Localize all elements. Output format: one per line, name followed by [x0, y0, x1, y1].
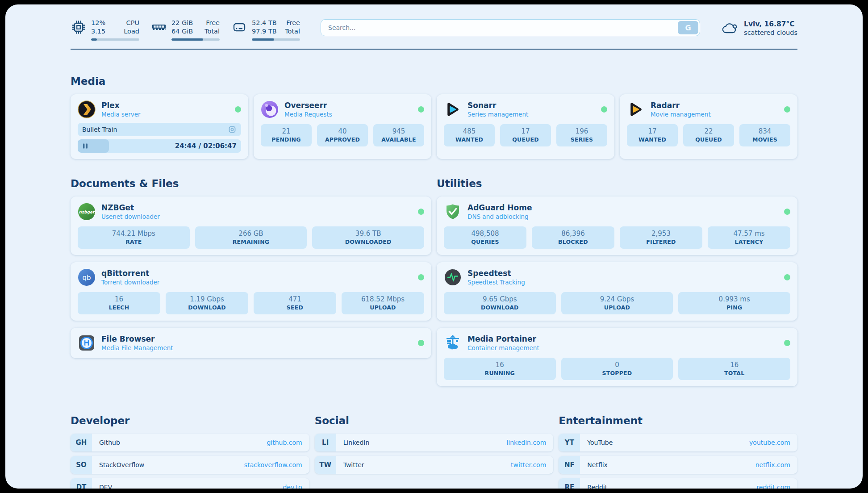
app-title-speedtest: Speedtest [467, 269, 525, 278]
link-row-linkedin[interactable]: LI LinkedIn linkedin.com [315, 434, 554, 451]
qbittorrent-icon: qb [78, 268, 96, 286]
link-name: Netflix [587, 456, 608, 474]
documents-column: Documents & Files nzbget NZBGet Use [71, 178, 431, 386]
stat-filtered: 2,953 FILTERED [620, 226, 702, 249]
cpu-load-value: 3.15 [91, 27, 105, 36]
app-subtitle-filebrowser: Media File Management [101, 344, 173, 351]
link-row-youtube[interactable]: YT YouTube youtube.com [559, 434, 797, 451]
stat-leech: 16 LEECH [78, 292, 160, 314]
portainer-icon [444, 334, 462, 352]
disk-stat: 52.4 TB 97.9 TB Free Total [231, 19, 300, 41]
link-name: Reddit [587, 478, 607, 489]
link-url[interactable]: reddit.com [756, 478, 790, 489]
social-section: Social LI LinkedIn linkedin.com TW Twitt… [315, 415, 554, 489]
reddit-badge: RE [559, 478, 580, 489]
stat-upload: 618.52 Mbps UPLOAD [342, 292, 424, 314]
app-card-plex[interactable]: Plex Media server Bullet Train 24:44 / [71, 94, 248, 159]
disk-progress-bar [252, 38, 300, 41]
link-url[interactable]: dev.to [283, 478, 302, 489]
adguard-icon [444, 203, 462, 221]
link-url[interactable]: github.com [267, 434, 302, 451]
link-url[interactable]: youtube.com [749, 434, 790, 451]
status-dot [784, 106, 790, 113]
link-row-github[interactable]: GH Github github.com [71, 434, 309, 451]
stat-approved: 40 APPROVED [317, 124, 368, 146]
google-search-button[interactable]: G [678, 21, 698, 34]
app-title-radarr: Radarr [651, 101, 711, 110]
plex-icon [78, 100, 96, 118]
status-dot [784, 209, 790, 215]
app-subtitle-sonarr: Series management [467, 111, 528, 118]
disk-free-value: 52.4 TB [252, 19, 277, 27]
link-url[interactable]: stackoverflow.com [244, 456, 302, 474]
app-subtitle-portainer: Container management [467, 344, 539, 351]
stat-total: 16 TOTAL [678, 358, 790, 380]
app-subtitle-qbittorrent: Torrent downloader [101, 279, 159, 286]
stat-movies: 834 MOVIES [739, 124, 790, 146]
dev-badge: DT [71, 478, 92, 489]
pause-icon[interactable] [82, 143, 88, 149]
plex-now-playing-title: Bullet Train [82, 126, 117, 133]
link-row-netflix[interactable]: NF Netflix netflix.com [559, 456, 797, 474]
app-card-nzbget[interactable]: nzbget NZBGet Usenet downloader 744.21 M… [71, 196, 431, 255]
stat-ping: 0.993 ms PING [678, 292, 790, 314]
status-dot [601, 106, 607, 113]
link-url[interactable]: twitter.com [511, 456, 546, 474]
status-dot [418, 274, 424, 280]
filebrowser-icon [78, 334, 96, 352]
app-title-adguard: AdGuard Home [467, 203, 532, 213]
disk-label-bottom: Total [285, 27, 300, 36]
disk-total-value: 97.9 TB [252, 27, 277, 36]
app-card-sonarr[interactable]: Sonarr Series management 485 WANTED 17 Q… [437, 94, 614, 159]
ram-total-value: 64 GiB [171, 27, 193, 36]
search-input[interactable] [321, 19, 700, 36]
app-subtitle-radarr: Movie management [651, 111, 711, 118]
speedtest-icon [444, 268, 462, 286]
cpu-icon [71, 19, 87, 35]
plex-now-playing-row: Bullet Train [78, 123, 241, 136]
youtube-badge: YT [559, 434, 580, 451]
link-row-stackoverflow[interactable]: SO StackOverflow stackoverflow.com [71, 456, 309, 474]
link-name: Github [99, 434, 120, 451]
app-subtitle-plex: Media server [101, 111, 141, 118]
stat-blocked: 86,396 BLOCKED [532, 226, 614, 249]
app-card-filebrowser[interactable]: File Browser Media File Management [71, 328, 431, 358]
app-card-qbittorrent[interactable]: qb qBittorrent Torrent downloader 16 LEE… [71, 262, 431, 321]
dashboard-panel: 12% 3.15 CPU Load [5, 4, 863, 489]
stat-available: 945 AVAILABLE [373, 124, 424, 146]
link-url[interactable]: netflix.com [755, 456, 790, 474]
app-card-overseerr[interactable]: Overseerr Media Requests 21 PENDING 40 A… [254, 94, 431, 159]
app-card-portainer[interactable]: Media Portainer Container management 16 … [437, 328, 797, 386]
app-card-speedtest[interactable]: Speedtest Speedtest Tracking 9.65 Gbps D… [437, 262, 797, 321]
stat-latency: 47.57 ms LATENCY [708, 226, 790, 249]
link-row-dev[interactable]: DT DEV dev.to [71, 478, 309, 489]
section-title-utilities: Utilities [437, 178, 797, 189]
app-subtitle-speedtest: Speedtest Tracking [467, 279, 525, 286]
stat-queued: 22 QUEUED [683, 124, 734, 146]
overseerr-icon [261, 100, 279, 118]
link-row-twitter[interactable]: TW Twitter twitter.com [315, 456, 554, 474]
plex-progress-bar: 24:44 / 02:06:47 [78, 139, 241, 153]
twitter-badge: TW [315, 456, 336, 474]
cpu-label-top: CPU [124, 19, 139, 27]
cpu-stat: 12% 3.15 CPU Load [71, 19, 139, 41]
stat-rate: 744.21 Mbps RATE [78, 226, 190, 249]
cpu-percent: 12% [91, 19, 105, 27]
link-url[interactable]: linkedin.com [506, 434, 546, 451]
link-name: StackOverflow [99, 456, 144, 474]
plex-playback-time: 24:44 / 02:06:47 [175, 142, 237, 150]
session-info-icon[interactable] [228, 125, 237, 134]
stat-wanted: 485 WANTED [444, 124, 495, 146]
app-title-qbittorrent: qBittorrent [101, 269, 159, 278]
stat-queries: 498,508 QUERIES [444, 226, 526, 249]
section-title-documents: Documents & Files [71, 178, 431, 189]
ram-label-bottom: Total [204, 27, 220, 36]
app-title-plex: Plex [101, 101, 141, 110]
ram-free-value: 22 GiB [171, 19, 193, 27]
app-card-radarr[interactable]: Radarr Movie management 17 WANTED 22 QUE… [620, 94, 797, 159]
app-card-adguard[interactable]: AdGuard Home DNS and adblocking 498,508 … [437, 196, 797, 255]
stat-queued: 17 QUEUED [500, 124, 551, 146]
app-subtitle-adguard: DNS and adblocking [467, 213, 532, 220]
link-row-reddit[interactable]: RE Reddit reddit.com [559, 478, 797, 489]
app-title-nzbget: NZBGet [101, 203, 160, 213]
